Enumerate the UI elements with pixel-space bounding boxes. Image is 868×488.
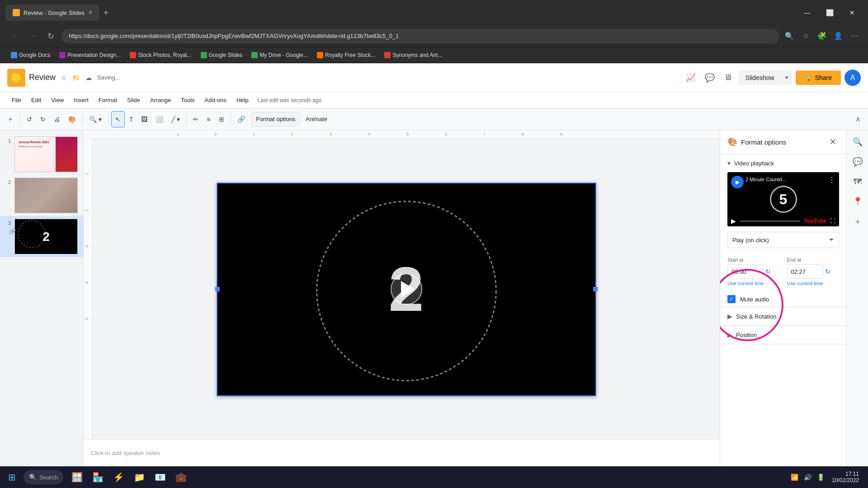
menu-help[interactable]: Help	[232, 95, 253, 105]
right-location-icon[interactable]: 📍	[849, 193, 866, 210]
comment-button[interactable]: 💬	[702, 70, 717, 85]
slide-canvas[interactable]: 2	[217, 183, 596, 396]
end-time-refresh-button[interactable]: ↻	[825, 268, 830, 275]
toolbar-lines-button[interactable]: ╱ ▾	[168, 111, 184, 127]
profile-icon[interactable]: 👤	[832, 30, 844, 42]
bookmark-royalty-free[interactable]: Royalty Free Stock...	[313, 51, 379, 59]
star-title-icon[interactable]: ☆	[59, 72, 69, 83]
back-button[interactable]: ←	[7, 29, 22, 43]
toolbar-add-button[interactable]: ＋	[4, 111, 17, 127]
toolbar-zoom-button[interactable]: 🔍 ▾	[85, 111, 105, 127]
right-add-icon[interactable]: ＋	[849, 213, 866, 230]
taskbar-app-teams[interactable]: 💼	[171, 467, 191, 487]
speaker-notes-area[interactable]: Click to add speaker notes	[84, 439, 720, 466]
menu-edit[interactable]: Edit	[27, 95, 46, 105]
start-use-current-link[interactable]: Use current time	[727, 281, 780, 286]
toolbar-format-options-button[interactable]: Format options	[251, 112, 301, 127]
bookmark-google-slides[interactable]: Google Slides	[197, 51, 246, 59]
user-avatar-button[interactable]: A	[844, 70, 861, 86]
taskbar-app-outlook[interactable]: 📧	[150, 467, 170, 487]
toolbar-text-button[interactable]: T	[126, 111, 137, 127]
active-tab[interactable]: Review - Google Slides ×	[5, 5, 99, 21]
taskbar-app-store[interactable]: 🏪	[88, 467, 108, 487]
minimize-button[interactable]: —	[797, 5, 817, 20]
toolbar-link-button[interactable]: 🔗	[234, 111, 249, 127]
menu-file[interactable]: File	[7, 95, 26, 105]
toolbar-redo-button[interactable]: ↻	[37, 111, 49, 127]
close-button[interactable]: ✕	[842, 5, 863, 20]
slide-thumb-2[interactable]: 2	[0, 175, 83, 216]
toolbar-grid-button[interactable]: ⊞	[215, 111, 228, 127]
slide-thumb-3[interactable]: 3 2 🔗	[0, 216, 83, 257]
maximize-button[interactable]: ⬜	[819, 5, 840, 20]
play-option-select[interactable]: Play (on click) Play (automatically) Pla…	[727, 232, 839, 248]
end-use-current-link[interactable]: Use current time	[787, 281, 840, 286]
right-map-icon[interactable]: 🗺	[849, 174, 866, 190]
taskbar-app-explorer[interactable]: 📁	[129, 467, 149, 487]
resize-handle-right[interactable]	[593, 287, 598, 291]
star-icon[interactable]: ☆	[799, 30, 812, 42]
menu-tools[interactable]: Tools	[176, 95, 199, 105]
taskbar-search[interactable]: 🔍 Search	[24, 470, 63, 484]
menu-slide[interactable]: Slide	[123, 95, 145, 105]
address-input[interactable]	[61, 29, 779, 43]
battery-icon[interactable]: 🔋	[815, 472, 826, 483]
display-options-button[interactable]: 🖥	[721, 70, 735, 85]
format-panel-close-button[interactable]: ✕	[826, 136, 839, 148]
taskbar-app-edge[interactable]: ⚡	[108, 467, 128, 487]
start-time-input[interactable]	[727, 264, 764, 279]
toolbar-draw-button[interactable]: ✏	[189, 111, 202, 127]
bookmark-stock-photos[interactable]: Stock Photos, Royal...	[126, 51, 195, 59]
tab-close-button[interactable]: ×	[88, 9, 92, 17]
taskbar-clock[interactable]: 17:11 10/02/2022	[828, 469, 863, 485]
toolbar-image-button[interactable]: 🖼	[137, 111, 151, 127]
taskbar-app-widgets[interactable]: 🪟	[67, 467, 87, 487]
mute-audio-checkbox[interactable]: ✓	[727, 295, 736, 303]
slide-thumb-1[interactable]: 1 Annual Review 2021 Building on our suc…	[0, 134, 83, 175]
bookmark-my-drive[interactable]: My Drive - Google...	[248, 51, 311, 59]
mute-audio-label[interactable]: Mute audio	[740, 296, 769, 303]
slideshow-arrow-button[interactable]: ▾	[782, 70, 792, 84]
toolbar-align-button[interactable]: ≡	[203, 111, 214, 127]
start-button[interactable]: ⊞	[2, 467, 22, 487]
share-button[interactable]: 🔒 Share	[796, 70, 841, 85]
toolbar-shapes-button[interactable]: ⬜	[152, 111, 167, 127]
end-time-input[interactable]	[787, 264, 823, 279]
right-explore-icon[interactable]: 🔍	[849, 134, 866, 150]
toolbar-animate-button[interactable]: Animate	[301, 112, 332, 127]
extensions-icon[interactable]: 🧩	[816, 30, 828, 42]
forward-button[interactable]: →	[25, 29, 40, 43]
toolbar-cursor-button[interactable]: ↖	[111, 111, 125, 127]
toolbar-collapse-button[interactable]: ∧	[852, 113, 864, 125]
reload-button[interactable]: ↻	[43, 29, 58, 43]
search-icon[interactable]: 🔍	[783, 30, 796, 42]
resize-handle-left[interactable]	[215, 287, 220, 291]
size-rotation-header[interactable]: ▶ Size & Rotation	[720, 307, 846, 325]
menu-insert[interactable]: Insert	[69, 95, 93, 105]
bookmark-google-docs[interactable]: Google Docs	[7, 51, 54, 59]
menu-format[interactable]: Format	[94, 95, 122, 105]
cloud-icon[interactable]: ☁	[84, 72, 94, 83]
yt-fullscreen-icon[interactable]: ⛶	[830, 218, 835, 224]
video-play-button[interactable]	[391, 273, 422, 305]
bookmark-synonyms[interactable]: Synonyms and Ant...	[381, 51, 446, 59]
menu-addons[interactable]: Add-ons	[200, 95, 231, 105]
start-time-refresh-button[interactable]: ↻	[765, 268, 771, 275]
chart-button[interactable]: 📈	[683, 70, 698, 85]
yt-play-icon[interactable]: ▶	[731, 217, 736, 225]
menu-arrange[interactable]: Arrange	[146, 95, 175, 105]
network-icon[interactable]: 📶	[789, 472, 800, 483]
folder-icon[interactable]: 📁	[71, 72, 82, 83]
toolbar-undo-button[interactable]: ↺	[23, 111, 36, 127]
video-thumb-menu-icon[interactable]: ⋮	[828, 176, 835, 184]
video-playback-header[interactable]: ▾ Video playback	[720, 154, 846, 172]
position-header[interactable]: ▶ Position	[720, 326, 846, 344]
more-icon[interactable]: ⋯	[848, 30, 861, 42]
menu-view[interactable]: View	[47, 95, 68, 105]
volume-icon[interactable]: 🔊	[802, 472, 813, 483]
new-tab-button[interactable]: +	[99, 6, 112, 20]
right-comments-icon[interactable]: 💬	[849, 154, 866, 170]
speaker-notes-placeholder[interactable]: Click to add speaker notes	[91, 450, 160, 456]
slideshow-main-button[interactable]: Slideshow	[738, 70, 782, 85]
toolbar-paint-format-button[interactable]: 🎨	[65, 111, 80, 127]
